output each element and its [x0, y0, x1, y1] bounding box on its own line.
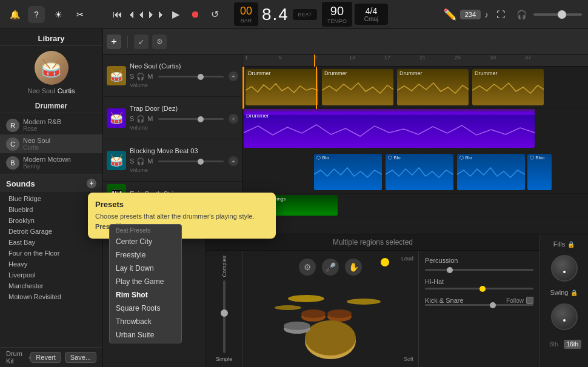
rewind-button[interactable]: ⏮ — [109, 6, 126, 23]
track-info-1: Trap Door (Dez) S 🎧 M + Volume — [130, 105, 238, 131]
volume-label-1: Volume — [130, 125, 238, 131]
mute-button-2[interactable]: S — [130, 157, 134, 165]
fullscreen-icon[interactable]: ⛶ — [492, 6, 509, 23]
clip-2-0[interactable]: ⬡ Blo — [314, 154, 382, 190]
clip-2-1[interactable]: ⬡ Blo — [386, 154, 453, 190]
kick-snare-slider[interactable] — [425, 304, 533, 306]
headphone-button-2[interactable]: 🎧 — [136, 157, 145, 165]
tempo-display[interactable]: 90 TEMPO — [322, 2, 352, 27]
fills-knob[interactable] — [551, 255, 578, 282]
sound-item-blueridge[interactable]: Blue Ridge — [0, 193, 102, 204]
preset-item-playthegame[interactable]: Play the Game — [110, 275, 181, 288]
fills-label: Fills — [553, 240, 566, 248]
drummer-item[interactable]: B Modern Motown Benny — [0, 153, 102, 172]
add-track-button[interactable]: + — [107, 35, 121, 49]
save-button[interactable]: Save... — [65, 352, 96, 363]
record-button[interactable]: ⏺ — [187, 6, 204, 23]
follow-checkbox[interactable] — [526, 297, 533, 304]
notification-icon[interactable]: 🔔 — [6, 6, 23, 23]
mute-button-0[interactable]: S — [130, 73, 134, 80]
preset-item-layitdown[interactable]: Lay it Down — [110, 262, 181, 275]
tuner-icon[interactable]: ♪ — [484, 10, 489, 19]
drummer-item[interactable]: R Modern R&B Rose — [0, 116, 102, 134]
playhead — [314, 55, 315, 67]
mic-drum-icon[interactable]: 🎤 — [322, 259, 339, 276]
sounds-add-button[interactable]: + — [87, 179, 96, 188]
midi-button-0[interactable]: M — [147, 73, 153, 80]
help-icon[interactable]: ? — [28, 6, 45, 23]
master-volume-slider[interactable] — [533, 13, 582, 16]
mute-button-1[interactable]: S — [130, 115, 134, 122]
clip-0-2[interactable]: Drummer — [397, 69, 469, 105]
sound-item-liverpool[interactable]: Liverpool — [0, 269, 102, 280]
scissors-icon[interactable]: ✂ — [72, 6, 89, 23]
play-button[interactable]: ▶ — [167, 6, 184, 23]
skip-forward-button[interactable]: ⏵⏵ — [148, 6, 165, 23]
hand-drum-icon[interactable]: ✋ — [345, 259, 362, 276]
headphones-icon[interactable]: 🎧 — [513, 6, 530, 23]
preset-item-rimshot[interactable]: Rim Shot — [110, 288, 181, 302]
clip-0-1[interactable]: Drummer — [322, 69, 393, 105]
clip-0-0[interactable]: Drummer — [246, 69, 318, 105]
volume-label-2: Volume — [130, 167, 238, 173]
headphone-button-0[interactable]: 🎧 — [136, 73, 145, 81]
pencil-icon[interactable]: ✏️ — [443, 8, 456, 21]
percussion-panel: Percussion Hi-Hat — [418, 251, 540, 367]
time-sig-display[interactable]: 4/4 Cmaj — [355, 4, 388, 25]
preset-item-urbansuite[interactable]: Urban Suite — [110, 328, 181, 342]
smartcontrol-icon[interactable]: ☀ — [50, 6, 67, 23]
note-16th-button[interactable]: 16th — [564, 340, 581, 349]
volume-slider-2[interactable] — [158, 160, 224, 162]
preset-item-squareroots[interactable]: Square Roots — [110, 302, 181, 315]
sound-item-heavy[interactable]: Heavy — [0, 259, 102, 269]
sound-item-fourfloor[interactable]: Four on the Floor — [0, 248, 102, 259]
bar-box[interactable]: 00 BAR — [234, 2, 258, 26]
playhead-row0 — [316, 67, 317, 109]
sound-item-brooklyn[interactable]: Brooklyn — [0, 215, 102, 226]
drummer-item[interactable]: C Neo Soul Curtis — [0, 134, 102, 153]
track-action-0[interactable]: + — [229, 71, 238, 81]
kick-snare-thumb — [490, 302, 496, 308]
hihat-slider[interactable] — [425, 288, 533, 289]
track-action-1[interactable]: + — [229, 114, 238, 124]
edit-button[interactable]: ↙ — [134, 35, 149, 49]
swing-knob[interactable] — [551, 303, 578, 330]
sound-item-bluebird[interactable]: Bluebird — [0, 204, 102, 215]
clip-2-2[interactable]: ⬡ Blo — [457, 154, 525, 190]
settings-button[interactable]: ⚙ — [152, 35, 167, 49]
revert-button[interactable]: Revert — [30, 352, 61, 363]
preset-item-centercity[interactable]: Center City — [110, 235, 181, 248]
skip-back-button[interactable]: ⏴⏴ — [129, 6, 145, 23]
volume-slider-1[interactable] — [158, 118, 224, 120]
note-8th-button[interactable]: 8th — [547, 340, 561, 349]
sound-item-eastbay[interactable]: East Bay — [0, 237, 102, 248]
sound-item-manchester[interactable]: Manchester — [0, 280, 102, 291]
percussion-slider[interactable] — [425, 269, 533, 271]
midi-button-2[interactable]: M — [147, 157, 153, 165]
svg-point-5 — [327, 309, 352, 318]
gear-drum-icon[interactable]: ⚙ — [299, 259, 316, 276]
clip-0-3[interactable]: Drummer — [472, 69, 544, 105]
percussion-slider-row — [425, 269, 533, 271]
cycle-button[interactable]: ↺ — [206, 6, 223, 23]
track-controls-0: S 🎧 M + — [130, 71, 238, 81]
sound-item-detroit[interactable]: Detroit Garage — [0, 226, 102, 237]
volume-slider-0[interactable] — [158, 76, 224, 78]
drummer-avatar-2: B — [6, 156, 19, 170]
sound-item-motown[interactable]: Motown Revisited — [0, 291, 102, 301]
smart-controls-button[interactable]: 234 — [460, 10, 481, 19]
complexity-marker — [381, 258, 389, 266]
clip-2-3[interactable]: ⬡ Bloc — [527, 154, 552, 190]
preset-item-throwback[interactable]: Throwback — [110, 315, 181, 328]
beat-display[interactable]: 8.4 — [259, 5, 292, 24]
midi-button-1[interactable]: M — [147, 115, 153, 122]
bottom-buttons: Revert Save... — [30, 352, 96, 363]
track-action-2[interactable]: + — [229, 156, 238, 166]
headphone-button-1[interactable]: 🎧 — [136, 115, 145, 123]
clip-1-0[interactable]: Drummer — [244, 111, 535, 148]
complexity-slider[interactable] — [223, 280, 226, 353]
beat-box[interactable]: BEAT — [293, 9, 317, 20]
preset-item-freestyle[interactable]: Freestyle — [110, 248, 181, 262]
note-buttons: 8th 16th — [547, 340, 581, 349]
percussion-thumb — [447, 267, 453, 273]
